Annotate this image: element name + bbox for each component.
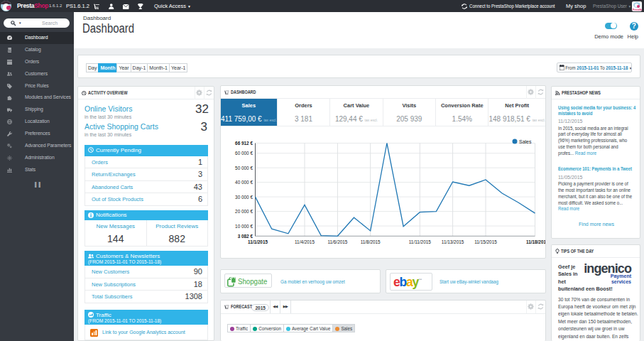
svg-text:11/1/2015: 11/1/2015 [248,239,268,244]
svg-text:20 000 €: 20 000 € [235,209,253,214]
svg-text:10 000 €: 10 000 € [235,223,253,228]
svg-text:11/6/2015: 11/6/2015 [327,239,347,244]
svg-text:50 000 €: 50 000 € [235,165,253,170]
svg-text:3 082 €: 3 082 € [238,234,253,239]
svg-text:11/11/2015: 11/11/2015 [409,239,431,244]
svg-text:11/15/2015: 11/15/2015 [474,239,497,244]
svg-text:11/8/2015: 11/8/2015 [361,239,381,244]
svg-text:11/18/201: 11/18/201 [526,239,545,244]
svg-text:66 912 €: 66 912 € [235,141,253,146]
svg-text:Sales: Sales [519,139,532,144]
svg-text:60 000 €: 60 000 € [235,151,253,156]
svg-text:40 000 €: 40 000 € [235,180,253,185]
svg-text:11/13/2015: 11/13/2015 [442,239,464,244]
svg-text:30 000 €: 30 000 € [235,194,253,199]
svg-text:11/4/2015: 11/4/2015 [295,239,315,244]
